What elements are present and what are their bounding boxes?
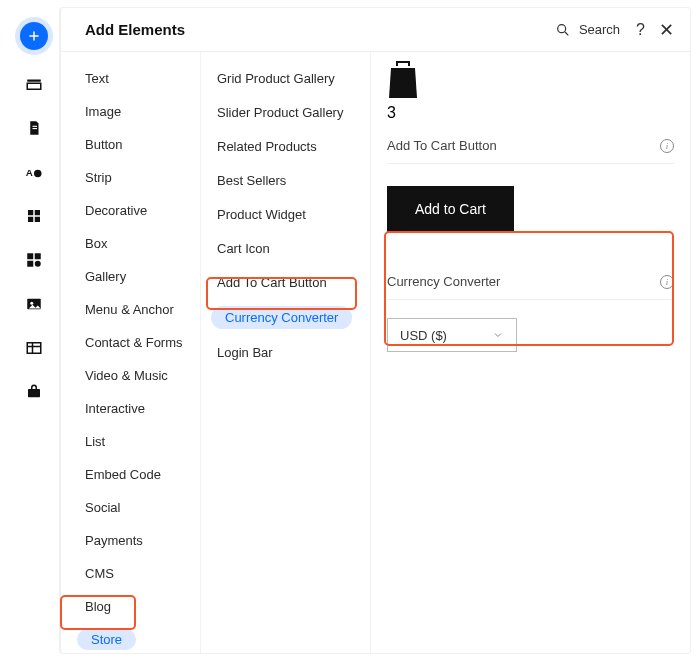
media-icon[interactable]: [24, 294, 44, 314]
close-button[interactable]: ✕: [659, 19, 674, 41]
category-item[interactable]: Payments: [61, 530, 200, 551]
element-item[interactable]: Cart Icon: [201, 238, 370, 259]
svg-point-14: [30, 302, 33, 305]
bag-icon: [387, 60, 419, 104]
currency-converter-header: Currency Converter i: [387, 274, 674, 300]
svg-rect-10: [27, 253, 33, 259]
add-to-cart-button[interactable]: Add to Cart: [387, 186, 514, 232]
category-item[interactable]: Box: [61, 233, 200, 254]
svg-rect-8: [28, 217, 33, 222]
category-item[interactable]: Decorative: [61, 200, 200, 221]
element-item[interactable]: Add To Cart Button: [201, 272, 370, 293]
svg-point-19: [558, 24, 566, 32]
svg-rect-1: [27, 83, 41, 89]
panel-icon[interactable]: [24, 74, 44, 94]
category-item[interactable]: Button: [61, 134, 200, 155]
category-item[interactable]: Text: [61, 68, 200, 89]
search-label: Search: [579, 22, 620, 37]
add-button[interactable]: [20, 22, 48, 50]
svg-rect-9: [35, 217, 40, 222]
add-to-cart-label: Add To Cart Button: [387, 138, 660, 153]
category-item[interactable]: Video & Music: [61, 365, 200, 386]
element-item[interactable]: Login Bar: [201, 342, 370, 363]
bag-count: 3: [387, 104, 396, 122]
category-item[interactable]: Contact & Forms: [61, 332, 200, 353]
currency-converter-preview: Currency Converter i USD ($): [387, 264, 674, 372]
theme-icon[interactable]: A: [24, 162, 44, 182]
store-icon[interactable]: [24, 382, 44, 402]
svg-rect-3: [33, 128, 38, 129]
panel-title: Add Elements: [85, 21, 185, 38]
chevron-down-icon: [492, 329, 504, 341]
element-item[interactable]: Product Widget: [201, 204, 370, 225]
svg-rect-6: [28, 210, 33, 215]
preview-pane: 3 Add To Cart Button i Add to Cart Curre…: [371, 52, 690, 653]
info-icon[interactable]: i: [660, 275, 674, 289]
svg-line-20: [565, 32, 568, 35]
category-item[interactable]: Strip: [61, 167, 200, 188]
svg-rect-11: [35, 253, 41, 259]
element-item[interactable]: Best Sellers: [201, 170, 370, 191]
category-item[interactable]: Social: [61, 497, 200, 518]
addons-icon[interactable]: [24, 250, 44, 270]
category-list: TextImageButtonStripDecorativeBoxGallery…: [61, 52, 201, 653]
apps-icon[interactable]: [24, 206, 44, 226]
category-item[interactable]: List: [61, 431, 200, 452]
svg-rect-12: [27, 261, 33, 267]
svg-rect-2: [33, 126, 38, 127]
svg-rect-0: [27, 80, 41, 82]
search-icon: [555, 22, 571, 38]
element-item[interactable]: Related Products: [201, 136, 370, 157]
category-item[interactable]: Interactive: [61, 398, 200, 419]
page-icon[interactable]: [24, 118, 44, 138]
element-item[interactable]: Grid Product Gallery: [201, 68, 370, 89]
element-item[interactable]: Slider Product Gallery: [201, 102, 370, 123]
category-item[interactable]: CMS: [61, 563, 200, 584]
currency-converter-label: Currency Converter: [387, 274, 660, 289]
left-rail: A: [8, 8, 60, 653]
svg-point-5: [34, 170, 42, 178]
category-item[interactable]: Embed Code: [61, 464, 200, 485]
element-item[interactable]: Currency Converter: [211, 306, 352, 329]
svg-rect-15: [27, 343, 41, 354]
svg-rect-18: [28, 389, 40, 397]
add-to-cart-section-header: Add To Cart Button i: [387, 138, 674, 164]
category-item[interactable]: Blog: [61, 596, 200, 617]
category-item[interactable]: Gallery: [61, 266, 200, 287]
help-button[interactable]: ?: [636, 21, 645, 39]
svg-text:A: A: [26, 167, 33, 178]
category-item[interactable]: Menu & Anchor: [61, 299, 200, 320]
cart-icon-preview: 3: [387, 60, 674, 122]
currency-value: USD ($): [400, 328, 492, 343]
svg-rect-7: [35, 210, 40, 215]
category-item[interactable]: Store: [77, 629, 136, 650]
search-button[interactable]: Search: [555, 22, 620, 38]
category-item[interactable]: Image: [61, 101, 200, 122]
element-list: Grid Product GallerySlider Product Galle…: [201, 52, 371, 653]
panel-header: Add Elements Search ? ✕: [61, 8, 690, 52]
info-icon[interactable]: i: [660, 139, 674, 153]
currency-dropdown[interactable]: USD ($): [387, 318, 517, 352]
table-icon[interactable]: [24, 338, 44, 358]
